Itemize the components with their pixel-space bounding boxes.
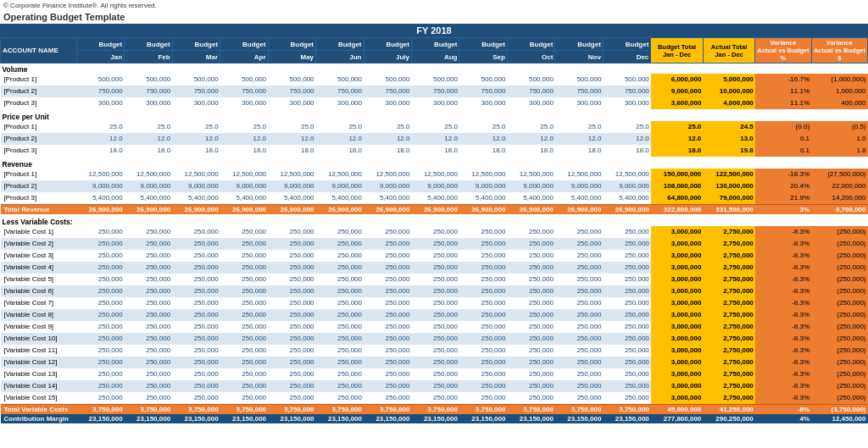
row-var-dollar: (250,000) <box>811 238 867 250</box>
row-month-value: 250,000 <box>603 285 650 297</box>
row-actual-total: 2,750,000 <box>703 250 754 262</box>
row-month-value: 250,000 <box>507 309 554 321</box>
row-month-value: 250,000 <box>603 274 650 285</box>
row-var-dollar: (3,750,000) <box>811 405 867 415</box>
row-var-pct: -8.3% <box>755 333 811 345</box>
row-var-dollar: (250,000) <box>811 321 867 333</box>
row-month-value: 12.0 <box>603 133 650 145</box>
row-month-value: 5,400,000 <box>125 192 172 205</box>
row-month-value: 250,000 <box>555 309 603 321</box>
row-month-value: 12,500,000 <box>125 169 172 180</box>
row-month-value: 250,000 <box>220 285 268 297</box>
row-month-value: 3,750,000 <box>316 405 364 415</box>
row-month-value: 250,000 <box>316 309 364 321</box>
row-account-name: [Product 1] <box>1 74 77 86</box>
row-month-value: 250,000 <box>364 262 411 274</box>
jun-header: Jun <box>316 51 364 64</box>
table-row: [Product 3]300,000300,000300,000300,0003… <box>1 97 868 109</box>
row-month-value: 23,150,000 <box>555 414 603 423</box>
row-month-value: 9,000,000 <box>268 180 315 192</box>
row-month-value: 12,500,000 <box>172 169 220 180</box>
row-month-value: 18.0 <box>125 145 172 157</box>
row-account-name: [Product 3] <box>1 97 77 109</box>
row-account-name: [Variable Cost 9] <box>1 321 77 333</box>
row-var-dollar: (250,000) <box>811 250 867 262</box>
row-month-value: 250,000 <box>268 238 315 250</box>
table-row: [Variable Cost 7]250,000250,000250,00025… <box>1 297 868 309</box>
dec-header: Dec <box>603 51 650 64</box>
row-month-value: 300,000 <box>316 97 364 109</box>
col-header-row: ACCOUNT NAME Budget Budget Budget Budget… <box>1 38 868 51</box>
row-month-value: 300,000 <box>268 97 315 109</box>
row-month-value: 750,000 <box>507 86 554 97</box>
row-month-value: 250,000 <box>411 285 459 297</box>
row-month-value: 250,000 <box>268 321 315 333</box>
row-month-value: 23,150,000 <box>76 414 124 423</box>
row-month-value: 18.0 <box>76 145 124 157</box>
budget-apr-header: Budget <box>220 38 268 51</box>
oct-header: Oct <box>507 51 554 64</box>
row-budget-total: 3,000,000 <box>651 357 704 368</box>
row-month-value: 12,500,000 <box>76 169 124 180</box>
row-month-value: 250,000 <box>555 333 603 345</box>
row-month-value: 26,900,000 <box>172 205 220 215</box>
row-var-dollar: (250,000) <box>811 297 867 309</box>
row-month-value: 12,500,000 <box>364 169 411 180</box>
row-month-value: 250,000 <box>268 297 315 309</box>
row-month-value: 25.0 <box>220 121 268 133</box>
row-month-value: 250,000 <box>364 357 411 368</box>
row-month-value: 250,000 <box>507 368 554 380</box>
row-var-pct: 11.1% <box>755 97 811 109</box>
row-month-value: 250,000 <box>459 226 507 238</box>
row-actual-total: 13.0 <box>703 133 754 145</box>
row-actual-total: 2,750,000 <box>703 297 754 309</box>
row-var-dollar: 1.0 <box>811 133 867 145</box>
row-month-value: 250,000 <box>507 297 554 309</box>
section-label: Volume <box>1 64 868 75</box>
row-month-value: 5,400,000 <box>507 192 554 205</box>
budget-table: ACCOUNT NAME Budget Budget Budget Budget… <box>0 37 868 423</box>
row-month-value: 250,000 <box>268 380 315 392</box>
row-month-value: 250,000 <box>507 226 554 238</box>
row-budget-total: 3,000,000 <box>651 226 704 238</box>
row-var-dollar: (250,000) <box>811 333 867 345</box>
row-actual-total: 2,750,000 <box>703 321 754 333</box>
apr-header: Apr <box>220 51 268 64</box>
row-month-value: 9,000,000 <box>125 180 172 192</box>
row-month-value: 250,000 <box>603 297 650 309</box>
row-month-value: 750,000 <box>555 86 603 97</box>
row-month-value: 250,000 <box>268 250 315 262</box>
row-month-value: 250,000 <box>555 250 603 262</box>
row-month-value: 250,000 <box>76 250 124 262</box>
table-row: [Variable Cost 13]250,000250,000250,0002… <box>1 368 868 380</box>
row-month-value: 250,000 <box>555 345 603 357</box>
copyright: © Corporate Finance Institute®. All righ… <box>0 0 868 11</box>
row-account-name: [Variable Cost 3] <box>1 250 77 262</box>
row-month-value: 250,000 <box>76 333 124 345</box>
table-row: [Product 2]750,000750,000750,000750,0007… <box>1 86 868 97</box>
row-month-value: 250,000 <box>220 368 268 380</box>
row-month-value: 250,000 <box>220 380 268 392</box>
row-account-name: Total Variable Costs <box>1 405 77 415</box>
row-actual-total: 19.8 <box>703 145 754 157</box>
table-row: Contribution Margin23,150,00023,150,0002… <box>1 414 868 423</box>
row-month-value: 250,000 <box>316 250 364 262</box>
row-month-value: 23,150,000 <box>603 414 650 423</box>
row-account-name: Contribution Margin <box>1 414 77 423</box>
row-month-value: 250,000 <box>172 321 220 333</box>
row-month-value: 300,000 <box>76 97 124 109</box>
row-var-pct: 11.1% <box>755 86 811 97</box>
row-month-value: 250,000 <box>459 285 507 297</box>
table-row: [Product 2]12.012.012.012.012.012.012.01… <box>1 133 868 145</box>
row-month-value: 12,500,000 <box>411 169 459 180</box>
row-account-name: [Product 3] <box>1 192 77 205</box>
row-var-dollar: (250,000) <box>811 309 867 321</box>
budget-jun-header: Budget <box>316 38 364 51</box>
row-month-value: 750,000 <box>268 86 315 97</box>
row-month-value: 250,000 <box>76 285 124 297</box>
budget-jul-header: Budget <box>364 38 411 51</box>
row-var-dollar: (27,500,000) <box>811 169 867 180</box>
row-month-value: 250,000 <box>603 357 650 368</box>
row-month-value: 250,000 <box>76 368 124 380</box>
row-month-value: 250,000 <box>603 226 650 238</box>
